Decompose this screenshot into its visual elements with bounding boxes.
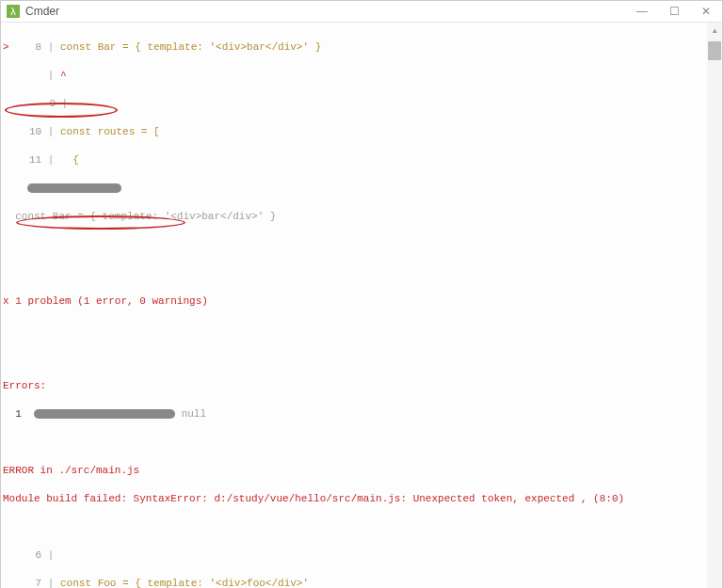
errors-label: Errors: [3,380,46,391]
maximize-button[interactable]: ☐ [658,1,690,22]
line-number: 6 [15,548,41,563]
redaction [27,183,121,193]
error-in: ERROR in ./src/main.js [3,465,139,476]
code-line: const routes = [ [54,126,159,137]
error-row-num: 1 [3,408,34,420]
code-line: { [54,154,78,166]
line-number: 7 [15,577,41,588]
scroll-up-arrow-icon[interactable]: ▴ [707,23,722,38]
error-null: null [182,408,206,420]
line-number: 9 [29,97,56,111]
terminal[interactable]: > 8 | const Bar = { template: '<div>bar<… [1,23,707,588]
window-controls: — ☐ ✕ [626,1,722,22]
module-build-failed: Module build failed: SyntaxError: d:/stu… [3,493,624,504]
problem-x: x [3,295,9,307]
problem-summary: 1 problem (1 error, 0 warnings) [9,295,208,307]
line-number: 10 [15,125,41,139]
caret-marker: > [3,41,15,53]
dim-code-line: const Bar = { template: '<div>bar</div>'… [15,211,276,222]
caret-pointer: ^ [60,70,67,81]
line-number: 8 [15,40,41,55]
scroll-thumb[interactable] [708,41,721,60]
line-number: 11 [15,153,41,167]
app-icon: λ [7,5,20,18]
code-line: const Bar = { template: '<div>bar</div>'… [54,41,321,53]
close-button[interactable]: ✕ [690,1,722,22]
titlebar[interactable]: λ Cmder — ☐ ✕ [1,1,722,23]
redaction [34,409,175,419]
scrollbar[interactable]: ▴ [707,23,722,588]
minimize-button[interactable]: — [626,1,658,22]
code-line: const Foo = { template: '<div>foo</div>' [54,578,309,588]
window-title: Cmder [25,5,626,18]
terminal-area: > 8 | const Bar = { template: '<div>bar<… [1,23,722,588]
app-window: λ Cmder — ☐ ✕ > 8 | const Bar = { templa… [0,0,723,588]
